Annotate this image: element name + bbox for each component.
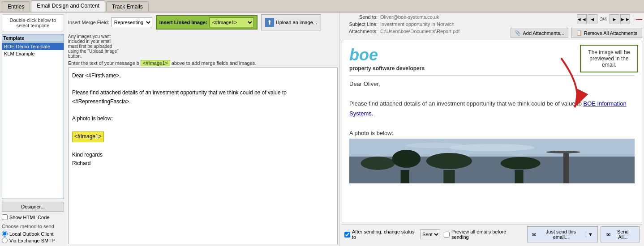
radio-local-outlook[interactable]: Local Outlook Client [2,231,64,237]
merge-field-group: Insert Merge Field: Representing [68,17,152,27]
tab-track-emails[interactable]: Track Emails [106,1,149,12]
email-name: Richard [72,159,334,168]
nav-count: 3/4 [598,17,609,22]
sidebar-item-klm[interactable]: KLM Example [2,50,64,57]
svg-point-11 [546,151,580,153]
attachments-path: C:\Users\boe\Documents\Report.pdf [380,29,507,34]
after-send-label: After sending, change status to [352,229,418,240]
sidebar: Double-click below to select template Te… [0,13,66,246]
send-to-value: Oliver@boe-systems.co.uk [380,14,507,20]
nav-col: ◄◄ ◄ 3/4 ► ►► — 📎 Add Attachments... [511,14,642,38]
email-fields-grid: Send to: Oliver@boe-systems.co.uk Subjec… [342,14,507,34]
email-icon: ✉ [532,232,536,238]
nav-separator [633,16,633,23]
just-send-dropdown[interactable]: ▼ [586,232,593,237]
preview-body: Dear Oliver, Please find attached detail… [349,79,635,183]
upload-icon: ⬆ [265,18,274,27]
preview-separator [349,75,635,76]
add-attachments-button[interactable]: 📎 Add Attachments... [511,28,568,38]
preview-tooltip: The image will be previewed in the email… [580,45,638,72]
image-select[interactable]: <#Image1> [209,17,254,27]
svg-rect-10 [563,152,569,183]
right-panel: Send to: Oliver@boe-systems.co.uk Subjec… [339,13,644,246]
toolbar-row: Insert Merge Field: Representing Insert … [68,14,338,59]
svg-rect-5 [401,170,409,183]
svg-point-3 [361,157,395,170]
preview-image-svg [349,139,635,183]
just-send-label: Just send this email... [538,229,584,240]
preview-logo: boe [349,46,378,64]
subject-value: Investment opportunity in Norwich [380,21,507,27]
after-send-checkbox[interactable] [344,232,350,238]
send-all-icon: ✉ [606,232,610,238]
remove-attachments-label: Remove All Attachments [584,30,637,36]
upload-image-button[interactable]: ⬆ Upload an image... [261,14,321,30]
preview-image [349,139,635,183]
send-all-button[interactable]: ✉ Send All... [601,226,640,242]
svg-point-4 [392,150,421,168]
radio-exchange-smtp[interactable]: Via Exchange SMTP [2,238,64,243]
insert-image-label: Insert Linked Image: [159,20,207,25]
remove-icon: 📋 [576,30,582,36]
upload-hint-text: Any images you want included in your ema… [68,34,122,59]
sidebar-item-boe[interactable]: BOE Demo Template [2,43,64,50]
nav-prev-button[interactable]: ◄ [588,14,597,24]
preview-all-group: Preview all emails before sending [444,229,524,240]
svg-rect-9 [515,170,523,183]
bottom-bar: After sending, change status to Sent Pre… [342,224,642,244]
template-select-hint[interactable]: Double-click below to select template [2,14,64,31]
tab-bar: Entries Email Design and Content Track E… [0,0,644,13]
show-html-checkbox[interactable] [2,214,8,220]
tab-email-design[interactable]: Email Design and Content [31,0,105,12]
right-top: Send to: Oliver@boe-systems.co.uk Subjec… [342,14,642,38]
email-greeting: Dear <#FirstName>, [72,72,334,80]
nav-next-button[interactable]: ► [610,14,619,24]
nav-stop[interactable]: — [636,16,642,23]
sidebar-bottom: Designer... Show HTML Code [2,202,64,220]
paperclip-icon: 📎 [515,30,521,36]
send-method-label: Choose method to send [2,224,64,229]
tab-entries[interactable]: Entries [2,1,30,12]
email-body-editor[interactable]: Dear <#FirstName>, Please find attached … [68,68,338,244]
add-attachments-label: Add Attachments... [523,30,564,36]
show-html-label[interactable]: Show HTML Code [2,214,64,220]
attachments-row: C:\Users\boe\Documents\Report.pdf [380,29,507,34]
template-list-header: Template [2,34,64,42]
send-to-label: Send to: [342,14,378,20]
upload-image-label: Upload an image... [276,20,317,25]
email-image-placeholder: <#Image1> [72,131,104,142]
email-fields-col: Send to: Oliver@boe-systems.co.uk Subjec… [342,14,507,37]
preview-all-checkbox[interactable] [444,232,450,238]
send-all-label: Send All... [612,229,634,240]
preview-greeting: Dear Oliver, [349,79,635,89]
just-send-button[interactable]: ✉ Just send this email... ▼ [527,226,598,242]
message-hint-row: Enter the text of your message b <#Image… [68,60,338,66]
attachments-label: Attachments: [342,29,378,34]
merge-field-label: Insert Merge Field: [68,20,109,25]
svg-point-6 [426,153,472,169]
email-line1: Please find attached details of an inves… [72,89,334,106]
email-preview: The image will be previewed in the email… [342,40,642,222]
email-body-content: Dear <#FirstName>, Please find attached … [72,72,334,168]
email-signoff: Kind regards [72,151,334,159]
preview-all-label: Preview all emails before sending [451,229,524,240]
remove-attachments-button[interactable]: 📋 Remove All Attachments [571,28,642,38]
template-list: BOE Demo Template KLM Example [2,42,64,199]
svg-point-13 [406,143,463,148]
hint-prefix: Enter the text of your message b [68,60,139,66]
nav-last-button[interactable]: ►► [620,14,630,24]
hint-highlight: <#Image1> [141,60,170,66]
svg-point-8 [501,157,541,170]
designer-button[interactable]: Designer... [2,202,64,212]
preview-photo-label: A photo is below: [349,128,635,138]
main-edit-area: Insert Merge Field: Representing Insert … [66,13,339,246]
merge-field-select[interactable]: Representing [111,17,152,27]
svg-rect-7 [443,170,455,183]
nav-first-button[interactable]: ◄◄ [577,14,587,24]
subject-label: Subject Line: [342,21,378,27]
hint-suffix: above to add merge fields and images. [172,60,257,66]
status-select[interactable]: Sent [420,229,440,239]
email-photo-label: A photo is below: [72,115,334,123]
preview-body-text: Please find attached details of an inves… [349,99,635,119]
send-method-section: Choose method to send Local Outlook Clie… [2,220,64,244]
